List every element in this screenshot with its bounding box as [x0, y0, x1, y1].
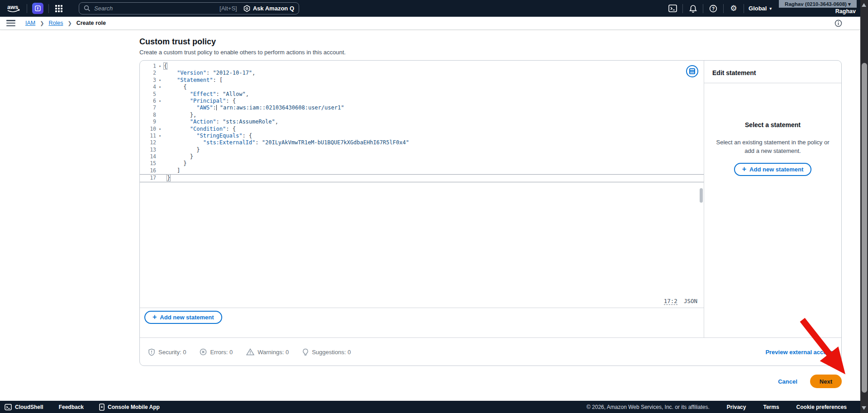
editor-scrollbar-thumb[interactable] [700, 188, 703, 203]
code-line[interactable]: 17 } [140, 174, 704, 182]
line-number: 14 [140, 153, 156, 160]
iam-service-icon[interactable] [32, 3, 43, 14]
code-text: } [164, 175, 170, 181]
breadcrumb-iam-link[interactable]: IAM [25, 20, 35, 26]
account-menu-button[interactable]: Raghav [835, 8, 856, 14]
cloudshell-icon [5, 404, 12, 410]
terms-link[interactable]: Terms [763, 404, 779, 410]
copyright-text: © 2026, Amazon Web Services, Inc. or its… [587, 404, 710, 410]
code-line[interactable]: 12 "sts:ExternalId": "20ILyAkVmwTR1eM-bU… [140, 139, 704, 146]
scrollbar-thumb[interactable] [862, 63, 867, 393]
code-text: "AWS": "arn:aws:iam::021036430608:user/u… [164, 104, 344, 111]
aws-logo[interactable]: aws [6, 4, 22, 14]
fold-gutter [156, 147, 164, 153]
code-line[interactable]: 1▾{ [140, 63, 704, 70]
code-line[interactable]: 4▾ { [140, 84, 704, 90]
line-number: 11 [140, 133, 156, 139]
fold-gutter [156, 160, 164, 167]
page-title: Custom trust policy [139, 37, 216, 47]
code-text: "sts:ExternalId": "20ILyAkVmwTR1eM-bU1BQ… [164, 139, 409, 146]
code-text: "Condition": { [164, 126, 236, 133]
region-selector[interactable]: Global ▾ [744, 5, 776, 12]
breadcrumb-separator-icon: ❯ [67, 20, 72, 26]
footer-feedback-button[interactable]: Feedback [59, 404, 84, 410]
cookie-preferences-link[interactable]: Cookie preferences [796, 404, 847, 410]
search-icon [84, 5, 91, 12]
info-icon[interactable] [835, 19, 842, 27]
scrollbar-up-arrow-icon[interactable] [862, 3, 866, 7]
next-button[interactable]: Next [810, 375, 842, 388]
add-new-statement-button[interactable]: + Add new statement [144, 311, 222, 324]
svg-text:aws: aws [7, 4, 19, 10]
fold-arrow-icon[interactable]: ▾ [156, 133, 164, 139]
notifications-bell-icon[interactable] [683, 2, 703, 14]
cursor-position-link[interactable]: 17:2 [664, 298, 677, 305]
fold-arrow-icon[interactable]: ▾ [156, 63, 164, 70]
preview-external-access-link[interactable]: Preview external access [765, 349, 833, 356]
code-line[interactable]: 7 "AWS": "arn:aws:iam::021036430608:user… [140, 104, 704, 111]
code-text: { [164, 63, 167, 70]
menu-hamburger-icon[interactable] [6, 20, 15, 26]
line-number: 9 [140, 119, 156, 125]
code-line[interactable]: 2 "Version": "2012-10-17", [140, 70, 704, 76]
cloudshell-icon[interactable] [663, 2, 682, 14]
privacy-link[interactable]: Privacy [727, 404, 746, 410]
code-line[interactable]: 6▾ "Principal": { [140, 98, 704, 104]
screen: aws S [0, 0, 868, 413]
divider [704, 83, 841, 83]
code-text: "Effect": "Allow", [164, 91, 249, 98]
fold-arrow-icon[interactable]: ▾ [156, 126, 164, 133]
code-line[interactable]: 11▾ "StringEquals": { [140, 133, 704, 139]
fold-gutter [156, 91, 164, 98]
statement-panel-toggle-button[interactable] [686, 65, 698, 77]
code-line[interactable]: 15 } [140, 160, 704, 167]
fold-gutter [156, 175, 164, 181]
page-scrollbar[interactable] [860, 0, 868, 413]
plus-icon: + [742, 166, 746, 173]
plus-icon: + [153, 313, 157, 321]
breadcrumb-bar: IAM ❯ Roles ❯ Create role [0, 17, 860, 30]
services-grid-icon[interactable] [54, 4, 64, 14]
fold-gutter [156, 104, 164, 111]
code-line[interactable]: 10▾ "Condition": { [140, 126, 704, 133]
page-description: Create a custom trust policy to enable o… [139, 49, 346, 56]
statement-empty-state: Select a statement Select an existing st… [704, 121, 841, 176]
footer-mobile-app-button[interactable]: Console Mobile App [99, 404, 160, 411]
breadcrumb-roles-link[interactable]: Roles [48, 20, 63, 26]
top-navigation-bar: aws S [0, 0, 868, 17]
panel-add-new-statement-button[interactable]: + Add new statement [734, 163, 812, 176]
code-line[interactable]: 3▾ "Statement": [ [140, 77, 704, 84]
code-line[interactable]: 14 } [140, 153, 704, 160]
trust-policy-card: 1▾{2 "Version": "2012-10-17",3▾ "Stateme… [139, 60, 842, 366]
warning-triangle-icon [246, 348, 254, 356]
ask-amazon-q-button[interactable]: Ask Amazon Q [243, 5, 294, 12]
code-line[interactable]: 8 }, [140, 112, 704, 119]
code-text: } [164, 147, 200, 153]
chevron-down-icon: ▾ [769, 6, 772, 11]
mobile-app-icon [99, 404, 105, 411]
fold-arrow-icon[interactable]: ▾ [156, 77, 164, 84]
code-text: { [164, 84, 187, 90]
footer-cloudshell-button[interactable]: CloudShell [5, 404, 43, 410]
code-line[interactable]: 16 ] [140, 167, 704, 174]
code-line[interactable]: 5 "Effect": "Allow", [140, 91, 704, 98]
line-number: 7 [140, 104, 156, 111]
top-nav-right: ? ⚙ Global ▾ [663, 2, 776, 14]
help-icon[interactable]: ? [703, 2, 723, 14]
fold-arrow-icon[interactable]: ▾ [156, 98, 164, 104]
errors-status: Errors: 0 [200, 348, 233, 356]
code-line[interactable]: 13 } [140, 147, 704, 153]
fold-gutter [156, 70, 164, 76]
panel-toggle-icon [689, 68, 695, 74]
code-editor-area[interactable]: 1▾{2 "Version": "2012-10-17",3▾ "Stateme… [140, 61, 704, 308]
code-line[interactable]: 9 "Action": "sts:AssumeRole", [140, 119, 704, 125]
scrollbar-down-arrow-icon[interactable] [862, 406, 866, 410]
search-input[interactable]: Search [Alt+S] Ask Amazon Q [79, 2, 299, 14]
code-text: }, [164, 112, 196, 119]
aws-logo-icon: aws [6, 4, 22, 14]
fold-arrow-icon[interactable]: ▾ [156, 84, 164, 90]
code-text: } [164, 160, 187, 167]
select-statement-title: Select a statement [714, 121, 831, 128]
cancel-button[interactable]: Cancel [778, 378, 797, 385]
settings-gear-icon[interactable]: ⚙ [724, 2, 744, 14]
